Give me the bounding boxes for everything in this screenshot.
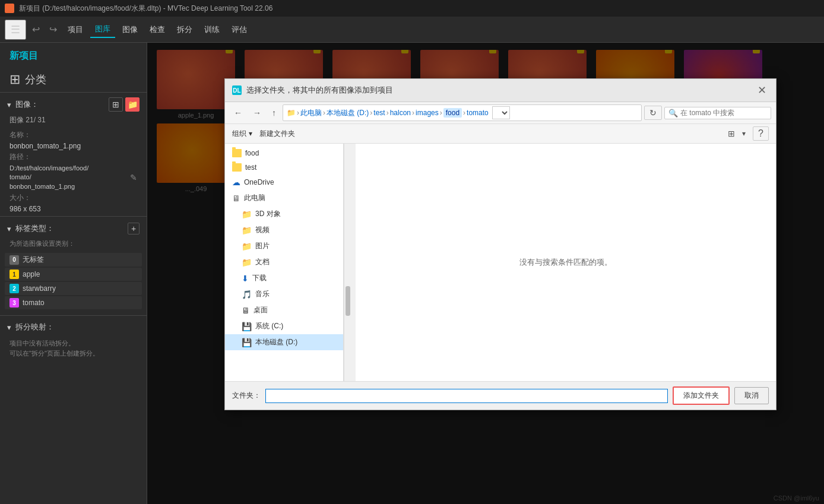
folder-icon-food — [232, 149, 242, 157]
computer-icon: 🖥 — [232, 194, 240, 203]
sidebar-item-desktop[interactable]: 🖥 桌面 — [225, 302, 343, 318]
cancel-button[interactable]: 取消 — [734, 387, 769, 404]
dialog-footer: 文件夹： 添加文件夹 取消 — [225, 381, 776, 410]
sidebar-item-localD[interactable]: 💾 本地磁盘 (D:) — [225, 334, 343, 350]
sidebar-item-sysC[interactable]: 💾 系统 (C:) — [225, 318, 343, 334]
file-label: 文件夹： — [232, 391, 261, 401]
label-badge-3: 3 — [9, 298, 19, 308]
app-icon — [5, 4, 14, 13]
label-item-1[interactable]: 1 apple — [5, 268, 142, 281]
sidebar-item-test[interactable]: test — [225, 160, 343, 175]
sidebar-item-video[interactable]: 📁 视频 — [225, 222, 343, 238]
refresh-button[interactable]: ↻ — [644, 106, 662, 120]
label-item-2[interactable]: 2 starwbarry — [5, 282, 142, 295]
label-badge-1: 1 — [9, 270, 19, 279]
nav-back-button[interactable]: ← — [230, 106, 246, 120]
dialog-close-button[interactable]: ✕ — [755, 84, 769, 97]
search-box: 🔍 — [664, 107, 771, 119]
breadcrumb-test[interactable]: test — [373, 109, 385, 117]
add-image-btn[interactable]: ⊞ — [109, 97, 123, 112]
hamburger-menu[interactable]: ☰ — [5, 20, 26, 40]
breadcrumb-dropdown[interactable] — [492, 106, 510, 119]
help-button[interactable]: ? — [753, 126, 769, 141]
split-chevron — [7, 323, 13, 332]
dialog-body: food test ☁ OneDrive 🖥 — [225, 144, 776, 381]
music-icon: 🎵 — [242, 290, 252, 299]
add-folder-button[interactable]: 添加文件夹 — [673, 386, 730, 405]
desktop-icon: 🖥 — [242, 306, 250, 315]
dialog-icon: DL — [232, 85, 242, 95]
label-item-3[interactable]: 3 tomato — [5, 296, 142, 309]
search-input[interactable] — [680, 109, 758, 117]
images-section-header: 图像： ⊞ 📁 — [0, 93, 147, 114]
view-toggle-button[interactable]: ⊞ — [728, 129, 735, 138]
dialog-content: 没有与搜索条件匹配的项。 — [356, 144, 776, 381]
breadcrumb-local-disk[interactable]: 本地磁盘 (D:) — [327, 108, 369, 118]
image-area: apple_1.png — [147, 43, 824, 504]
dialog-title-left: DL 选择文件夹，将其中的所有图像添加到项目 — [232, 85, 393, 96]
label-set-text: 为所选图像设置类别： — [0, 238, 147, 251]
classify-icon: ⊞ — [9, 72, 20, 87]
label-badge-2: 2 — [9, 284, 19, 293]
menu-library[interactable]: 图库 — [90, 21, 115, 38]
add-label-btn[interactable]: + — [128, 223, 140, 234]
nav-forward-button[interactable]: → — [249, 106, 265, 120]
empty-text: 没有与搜索条件匹配的项。 — [519, 257, 612, 268]
organize-bar: 组织 ▾ 新建文件夹 ⊞ ▾ ? — [225, 124, 776, 144]
breadcrumb: 📁 › 此电脑 › 本地磁盘 (D:) › test › halcon › im… — [283, 104, 642, 121]
title-text: 新项目 (D:/test/halcon/images/food/水果.dltp)… — [19, 4, 272, 14]
organize-button[interactable]: 组织 ▾ — [232, 129, 252, 139]
dialog-title-text: 选择文件夹，将其中的所有图像添加到项目 — [246, 85, 393, 96]
split-section[interactable]: 拆分映射： — [0, 318, 147, 336]
sidebar: 新项目 ⊞ 分类 图像： ⊞ 📁 图像 21/ 31 名称： bonbon_to… — [0, 43, 147, 504]
sidebar-item-document[interactable]: 📁 文档 — [225, 254, 343, 270]
nav-up-button[interactable]: ↑ — [268, 106, 280, 120]
breadcrumb-tomato[interactable]: tomato — [467, 109, 489, 117]
title-bar: 新项目 (D:/test/halcon/images/food/水果.dltp)… — [0, 0, 824, 17]
redo-button[interactable]: ↪ — [46, 21, 61, 37]
size-value: 986 x 653 — [0, 204, 147, 214]
new-folder-button[interactable]: 新建文件夹 — [259, 129, 295, 139]
breadcrumb-pc[interactable]: 📁 — [287, 109, 296, 117]
sidebar-scroll-thumb — [346, 286, 350, 316]
divider-2 — [0, 315, 147, 316]
dialog-title-bar: DL 选择文件夹，将其中的所有图像添加到项目 ✕ — [225, 79, 776, 102]
images-chevron[interactable] — [7, 100, 13, 109]
view-dropdown-button[interactable]: ▾ — [742, 129, 746, 138]
sidebar-item-thispc[interactable]: 🖥 此电脑 — [225, 190, 343, 206]
name-value: bonbon_tomato_1.png — [0, 141, 147, 151]
sidebar-item-food[interactable]: food — [225, 146, 343, 160]
dialog-sidebar: food test ☁ OneDrive 🖥 — [225, 144, 344, 381]
breadcrumb-food[interactable]: food — [443, 108, 462, 118]
label-types-section[interactable]: 标签类型： + — [0, 219, 147, 238]
sidebar-item-onedrive[interactable]: ☁ OneDrive — [225, 175, 343, 190]
menu-split[interactable]: 拆分 — [172, 22, 197, 37]
main-layout: 新项目 ⊞ 分类 图像： ⊞ 📁 图像 21/ 31 名称： bonbon_to… — [0, 43, 824, 504]
menu-evaluate[interactable]: 评估 — [227, 22, 252, 37]
folder-path-input[interactable] — [265, 389, 668, 403]
name-label: 名称： — [0, 129, 147, 141]
menu-bar: ☰ ↩ ↪ 项目 图库 图像 检查 拆分 训练 评估 — [0, 17, 824, 43]
menu-project[interactable]: 项目 — [63, 22, 88, 37]
label-item-0[interactable]: 0 无标签 — [5, 253, 142, 267]
breadcrumb-images[interactable]: images — [416, 109, 439, 117]
undo-button[interactable]: ↩ — [28, 21, 43, 37]
menu-inspect[interactable]: 检查 — [145, 22, 170, 37]
sidebar-scrollbar[interactable] — [344, 144, 351, 381]
images-actions: ⊞ 📁 — [109, 97, 140, 112]
menu-image[interactable]: 图像 — [118, 22, 142, 37]
add-folder-btn[interactable]: 📁 — [125, 97, 140, 112]
organize-chevron-icon: ▾ — [249, 129, 252, 138]
menu-train[interactable]: 训练 — [199, 22, 224, 37]
breadcrumb-pc-text[interactable]: 此电脑 — [300, 108, 322, 118]
breadcrumb-halcon[interactable]: halcon — [390, 109, 411, 117]
folder-icon-3d: 📁 — [242, 210, 252, 219]
sidebar-item-download[interactable]: ⬇ 下载 — [225, 270, 343, 286]
edit-path-icon[interactable]: ✎ — [130, 173, 137, 182]
sidebar-item-music[interactable]: 🎵 音乐 — [225, 286, 343, 302]
drive-c-icon: 💾 — [242, 322, 252, 331]
sidebar-item-3d[interactable]: 📁 3D 对象 — [225, 206, 343, 222]
download-icon: ⬇ — [242, 274, 249, 283]
images-count: 图像 21/ 31 — [0, 114, 147, 129]
sidebar-item-picture[interactable]: 📁 图片 — [225, 238, 343, 254]
